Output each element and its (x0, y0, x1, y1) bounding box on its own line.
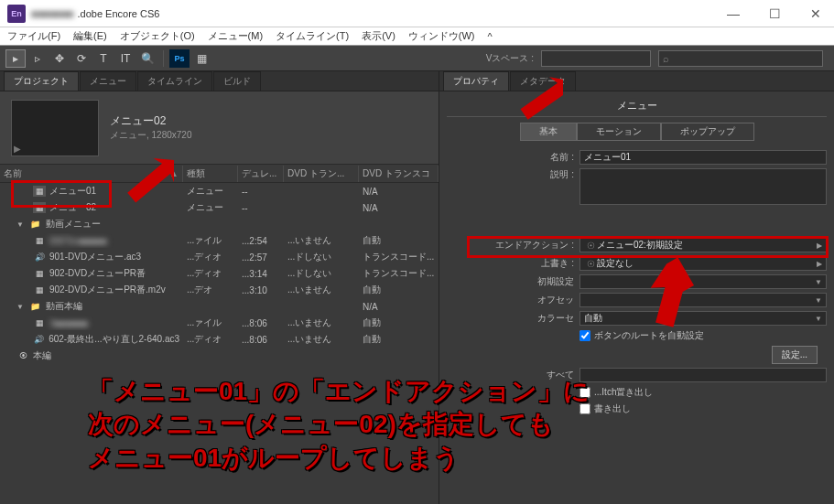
preview-area: ▶ メニュー02 メニュー, 1280x720 (0, 91, 439, 165)
link-icon: ☉ (584, 259, 597, 269)
document-name: ■■■■■■■ (31, 8, 74, 19)
offset-label: オフセッ (447, 294, 579, 306)
list-item[interactable]: ▼📁動画本編N/A (0, 298, 439, 315)
app-name: .dobe Encore CS6 (78, 8, 160, 19)
tool-direct[interactable]: ▹ (27, 49, 48, 68)
list-item[interactable]: ▦メニュー02メニュー--N/A (0, 199, 439, 216)
menu-file[interactable]: ファイル(F) (7, 29, 60, 43)
list-item[interactable]: ▦006Tes■■■■■...ァイル...2:54...いません自動 (0, 232, 439, 249)
export-checkbox1[interactable] (579, 387, 590, 398)
menu-view[interactable]: 表示(V) (362, 29, 395, 43)
menu-edit[interactable]: 編集(E) (73, 29, 107, 43)
prop-header: メニュー (447, 95, 827, 117)
disc-icon: ⦿ (16, 350, 29, 361)
list-item[interactable]: ⦿本編 (0, 348, 439, 364)
menu-menu[interactable]: メニュー(M) (208, 29, 264, 43)
preview-thumbnail[interactable]: ▶ (11, 100, 99, 156)
project-panel: プロジェクト メニュー タイムライン ビルド ▶ メニュー02 メニュー, 12… (0, 71, 439, 504)
ptab-basic[interactable]: 基本 (520, 123, 577, 141)
override-dropdown[interactable]: ☉設定なし▶ (579, 256, 827, 271)
offset-dropdown[interactable]: ▼ (579, 293, 827, 307)
col-transcode2[interactable]: DVD トランスコ (359, 166, 439, 182)
name-label: 名前 : (447, 151, 579, 164)
toolbar: ▸ ▹ ✥ ⟳ T IT 🔍 Ps ▦ Vスペース : ⌕ (0, 46, 834, 71)
defset-label: 初期設定 (447, 275, 579, 288)
tool-zoom[interactable]: 🔍 (137, 49, 157, 68)
tab-properties[interactable]: プロパティ (443, 71, 509, 91)
tab-build[interactable]: ビルド (213, 71, 261, 91)
colorset-dropdown[interactable]: 自動▼ (579, 311, 827, 326)
tool-rotate[interactable]: ⟳ (71, 49, 92, 68)
project-list: ▦メニュー01メニュー--N/A▦メニュー02メニュー--N/A▼📁動画メニュー… (0, 183, 439, 504)
play-icon: ▶ (14, 144, 21, 154)
set-button[interactable]: 設定... (772, 346, 818, 364)
menu-help[interactable]: ^ (488, 31, 493, 42)
tool-text[interactable]: T (93, 49, 114, 68)
col-name[interactable]: 名前▲ (0, 166, 183, 182)
tool-vtext[interactable]: IT (115, 49, 135, 68)
col-duration[interactable]: デュレ... (238, 166, 284, 182)
colorset-label: カラーセ (447, 312, 579, 325)
tab-menus[interactable]: メニュー (80, 71, 136, 91)
tool-photoshop[interactable]: Ps (169, 49, 190, 68)
list-item[interactable]: ▦902-DVDメニューPR番.m2v...デオ...3:10...いません自動 (0, 282, 439, 298)
tab-timelines[interactable]: タイムライン (137, 71, 212, 91)
tool-move[interactable]: ✥ (49, 49, 70, 68)
link-icon: ☉ (584, 241, 597, 251)
audio-icon: 🔊 (33, 334, 45, 345)
list-header: 名前▲ 種類 デュレ... DVD トラン... DVD トランスコ (0, 165, 439, 183)
autoroute-checkbox[interactable] (579, 330, 590, 341)
defset-dropdown[interactable]: ▼ (579, 274, 827, 289)
menubar: ファイル(F) 編集(E) オブジェクト(O) メニュー(M) タイムライン(T… (0, 27, 834, 46)
tab-project[interactable]: プロジェクト (4, 71, 79, 91)
export-checkbox2[interactable] (579, 403, 590, 414)
workspace-label: Vスペース : (486, 52, 534, 65)
list-item[interactable]: ▦3■■■■■■...ァイル...8:06...いません自動 (0, 315, 439, 331)
video-icon: ▦ (33, 284, 46, 295)
menu-window[interactable]: ウィンドウ(W) (408, 29, 475, 43)
export-label1: ...Itch置き出し (594, 386, 653, 399)
close-button[interactable]: ✕ (805, 6, 827, 21)
desc-label: 説明 : (447, 168, 579, 181)
list-item[interactable]: ▦メニュー01メニュー--N/A (0, 183, 439, 199)
search-field[interactable]: ⌕ (658, 50, 823, 67)
preview-subtitle: メニュー, 1280x720 (110, 129, 192, 142)
minimize-button[interactable]: — (721, 6, 745, 21)
extra-dropdown1[interactable] (579, 368, 827, 382)
col-type[interactable]: 種類 (183, 166, 238, 182)
tab-metadata[interactable]: メタデータ (510, 71, 576, 91)
audio-icon: 🔊 (33, 252, 46, 263)
tool-preview[interactable]: ▦ (191, 49, 211, 68)
list-item[interactable]: ▼📁動画メニュー (0, 216, 439, 232)
search-icon: ⌕ (663, 53, 669, 64)
video-icon: ▦ (33, 268, 46, 279)
properties-panel: プロパティ メタデータ メニュー 基本 モーション ポップアップ 名前 : 説明… (439, 71, 834, 504)
tool-selection[interactable]: ▸ (5, 49, 26, 68)
export-label2: 書き出し (594, 402, 631, 415)
folder-icon: 📁 (29, 301, 42, 312)
list-item[interactable]: ▦902-DVDメニューPR番...ディオ...3:14...ドしないトランスコ… (0, 265, 439, 282)
endaction-label: エンドアクション : (447, 239, 579, 252)
col-transcode1[interactable]: DVD トラン... (284, 166, 359, 182)
name-field[interactable] (579, 150, 827, 165)
menu-object[interactable]: オブジェクト(O) (120, 29, 195, 43)
menu-timeline[interactable]: タイムライン(T) (276, 29, 349, 43)
video-icon: ▦ (33, 317, 46, 328)
maximize-button[interactable]: ☐ (764, 6, 786, 21)
list-item[interactable]: 🔊602-最終出...やり直し2-640.ac3...ディオ...8:06...… (0, 331, 439, 348)
titlebar: En ■■■■■■■ .dobe Encore CS6 — ☐ ✕ (0, 0, 834, 27)
video-icon: ▦ (33, 235, 46, 246)
menu-icon: ▦ (33, 202, 46, 213)
autoroute-label: ボタンのルートを自動設定 (594, 329, 704, 342)
preview-title: メニュー02 (110, 113, 192, 129)
endaction-dropdown[interactable]: ☉メニュー02:初期設定▶ (579, 238, 827, 252)
list-item[interactable]: 🔊901-DVDメニュー.ac3...ディオ...2:57...ドしないトランス… (0, 249, 439, 265)
ptab-motion[interactable]: モーション (577, 123, 661, 141)
folder-icon: 📁 (29, 219, 42, 230)
ptab-popup[interactable]: ポップアップ (661, 123, 754, 141)
menu-icon: ▦ (33, 186, 46, 197)
override-label: 上書き : (447, 257, 579, 270)
workspace-dropdown[interactable] (541, 50, 651, 67)
desc-field[interactable] (579, 168, 827, 205)
extra-label1: すべて (447, 369, 579, 381)
